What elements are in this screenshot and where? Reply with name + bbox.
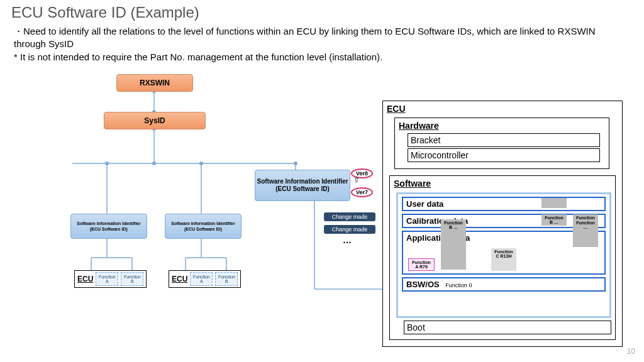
software-stack: User data Calibration data Function … Fu… [396,192,611,318]
bullet-1: ・Need to identify all the relations to t… [14,25,625,50]
shadow-fn-generic2: Function … [573,219,598,247]
func-c: Function C R13H [491,248,516,271]
ecu-box-1: ECU Function A Function B [74,270,147,288]
node-sysid: SysID [104,112,206,129]
row-boot: Boot [404,321,611,334]
arrow-up-icon: ⇧ [353,178,360,182]
ecu-box-2: ECU Function A Function B [169,270,241,288]
row-user-data: User data [402,197,606,211]
row-app-data: Application data Function A R79 Function… [402,231,606,275]
func-a: Function A [96,272,118,286]
panel-ecu-title: ECU [387,104,618,114]
node-swii-main: Software Information Identifier (ECU Sof… [255,170,350,201]
badge-ver7: Ver7 [351,187,373,197]
func-b: Function B [121,272,143,286]
node-rxswin: RXSWIN [116,74,193,92]
ecu-label: ECU [77,275,93,283]
panel-hardware: Hardware Bracket Microcontroller [394,118,609,169]
hw-micro: Microcontroller [408,148,600,162]
ecu-label: ECU [172,275,187,283]
svg-point-24 [294,162,297,165]
svg-point-23 [199,162,203,165]
ellipsis: … [343,235,352,245]
bsw-label: BSW/OS [406,280,440,289]
panel-ecu: ECU Hardware Bracket Microcontroller Sof… [382,101,623,347]
tag-change-2: Change made [324,225,375,234]
svg-point-22 [105,162,109,165]
hw-bracket: Bracket [408,133,600,147]
bullet-2: * It is not intended to require the Part… [14,51,625,63]
node-swii-2: Software Information Identifier (ECU Sof… [165,214,242,239]
software-title: Software [394,178,611,189]
user-data-label: User data [406,199,443,209]
page-title: ECU Software ID (Example) [11,4,199,21]
shadow-fn-b2: Function B … [441,219,466,270]
hardware-title: Hardware [399,121,605,131]
page-number: 10 [627,347,635,356]
bsw-fn0: Function 0 [445,282,472,288]
bullet-list: ・Need to identify all the relations to t… [14,25,625,65]
node-swii-1: Software Information Identifier (ECU Sof… [70,214,147,239]
slide: ECU Software ID (Example) ・Need to ident… [0,0,644,362]
shadow-fn [541,198,567,208]
func-b: Function B [215,272,238,286]
shadow-fn-b: Function B … [541,214,567,226]
func-a-r79: Function A R79 [408,258,435,271]
row-bsw: BSW/OS Function 0 [402,277,606,292]
panel-software: Software User data Calibration data Func… [389,175,616,340]
func-a: Function A [190,272,213,286]
svg-point-21 [152,162,156,165]
tag-change-1: Change made [324,212,375,221]
